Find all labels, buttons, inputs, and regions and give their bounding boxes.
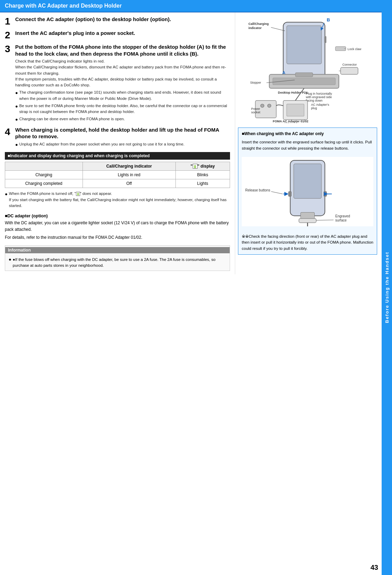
svg-rect-3 <box>324 36 326 43</box>
indicator-footnote-bullet: ● When the FOMA phone is turned off, "🔋"… <box>5 191 230 209</box>
table-cell-charging-label: Charging <box>5 171 83 179</box>
desktop-holder-diagram: B A Connector Lock claw <box>238 15 377 124</box>
table-cell-charging-display: Blinks <box>175 171 230 179</box>
step-4: 4 When charging is completed, hold the d… <box>5 126 230 148</box>
bullet-dot-4: ● <box>15 141 18 148</box>
svg-text:indicator: indicator <box>248 26 262 30</box>
svg-rect-39 <box>294 164 321 198</box>
svg-point-26 <box>260 104 264 107</box>
table-col-display: "🔋" display <box>175 162 230 171</box>
svg-rect-47 <box>299 219 316 223</box>
svg-text:Lock claw: Lock claw <box>347 47 361 51</box>
indicator-section-header: ■Indicator and display during charging a… <box>5 152 230 160</box>
table-cell-complete-indicator: Off <box>83 179 175 188</box>
release-diagram-svg: Release buttons Engraved surface <box>242 157 373 226</box>
step-3-line-3: If the symptom persists, troubles with t… <box>15 76 230 88</box>
side-label: Before Using the Handset <box>382 0 392 575</box>
step-3-title: Put the bottom of the FOMA phone into th… <box>15 44 230 57</box>
right-column: B A Connector Lock claw <box>235 12 380 274</box>
svg-text:with engraved side: with engraved side <box>305 95 332 99</box>
table-row-charging: Charging Lights in red Blinks <box>5 171 230 179</box>
svg-text:AC Adapter's: AC Adapter's <box>311 103 329 106</box>
step-3-bullet-1: ● The charging confirmation tone (see pa… <box>15 89 230 102</box>
indicator-footnote-text: When the FOMA phone is turned off, "🔋" d… <box>9 191 230 209</box>
step-2-number: 2 <box>5 30 12 40</box>
table-cell-complete-label: Charging completed <box>5 179 83 188</box>
footnote-bullet-dot: ● <box>5 191 8 198</box>
info-box-text: ●If the fuse blows off when charging wit… <box>13 257 226 269</box>
svg-rect-9 <box>295 73 313 77</box>
svg-rect-40 <box>300 213 314 219</box>
step-3-bullet-2: ● Be sure to set the FOMA phone firmly o… <box>15 103 230 115</box>
dc-text-2: For details, refer to the instruction ma… <box>5 234 230 241</box>
svg-text:facing down: facing down <box>306 99 322 102</box>
table-cell-complete-display: Lights <box>175 179 230 188</box>
svg-point-27 <box>268 104 271 107</box>
step-3-bullet-2-text: Be sure to set the FOMA phone firmly ont… <box>19 103 230 115</box>
step-2: 2 Insert the AC adapter's plug into a po… <box>5 30 230 40</box>
svg-text:Connector: Connector <box>342 63 357 66</box>
bullet-dot-3: ● <box>15 116 18 123</box>
svg-text:Call/Charging: Call/Charging <box>248 22 269 26</box>
display-col-header-end: " display <box>198 164 215 169</box>
svg-rect-10 <box>341 67 358 74</box>
info-box: Information ● ●If the fuse blows off whe… <box>5 245 230 271</box>
table-cell-charging-indicator: Lights in red <box>83 171 175 179</box>
svg-text:Power: Power <box>251 107 260 111</box>
ac-adapter-text: Insert the connector with the engraved s… <box>242 139 373 152</box>
bullet-dot-1: ● <box>15 89 18 96</box>
indicator-footnote: ● When the FOMA phone is turned off, "🔋"… <box>5 191 230 209</box>
step-4-number: 4 <box>5 127 12 137</box>
page-header: Charge with AC Adapter and Desktop Holde… <box>0 0 392 12</box>
info-bullet-dot: ● <box>9 257 11 262</box>
step-3-line-2: When the Call/Charging indicator flicker… <box>15 64 230 76</box>
step-4-bullet-1: ● Unplug the AC adapter from the power s… <box>15 141 230 148</box>
step-3-number: 3 <box>5 44 12 54</box>
svg-rect-41 <box>288 192 291 197</box>
release-diagram-container: Release buttons Engraved surface <box>242 154 373 231</box>
bullet-dot-2: ● <box>15 103 18 110</box>
svg-text:Release buttons: Release buttons <box>245 189 270 192</box>
svg-text:Engraved: Engraved <box>335 215 350 218</box>
step-3-bullet-3: ● Charging can be done even when the FOM… <box>15 116 230 123</box>
step-3-line-1: Check that the Call/Charging indicator l… <box>15 58 230 64</box>
svg-text:B: B <box>327 17 330 22</box>
page-number: 43 <box>371 564 378 572</box>
svg-text:FOMA AC Adapter 01/02: FOMA AC Adapter 01/02 <box>273 120 308 123</box>
table-col-indicator: Call/Charging indicator <box>83 162 175 171</box>
left-column: 1 Connect the AC adapter (option) to the… <box>0 12 235 274</box>
dc-section-header: ■DC adapter (option) <box>5 214 230 218</box>
table-row-charging-complete: Charging completed Off Lights <box>5 179 230 188</box>
svg-rect-31 <box>287 104 304 116</box>
indicator-table: Call/Charging indicator "🔋" display Char… <box>5 162 230 188</box>
step-3-bullet-3-text: Charging can be done even when the FOMA … <box>19 116 230 122</box>
step-4-title: When charging is completed, hold the des… <box>15 126 230 140</box>
desktop-holder-svg: B A Connector Lock claw <box>238 15 377 123</box>
step-1-title: Connect the AC adapter (option) to the d… <box>15 16 230 23</box>
svg-text:socket: socket <box>251 111 260 114</box>
info-box-header: Information <box>5 247 230 253</box>
step-1: 1 Connect the AC adapter (option) to the… <box>5 16 230 26</box>
svg-text:Plug in horizontally: Plug in horizontally <box>306 92 332 95</box>
step-3: 3 Put the bottom of the FOMA phone into … <box>5 44 230 123</box>
dc-section: ■DC adapter (option) With the DC adapter… <box>5 214 230 241</box>
svg-text:plug: plug <box>311 106 317 110</box>
note-text: ※Check the facing direction (front or re… <box>242 234 373 251</box>
step-2-title: Insert the AC adapter's plug into a powe… <box>15 30 230 37</box>
step-4-bullet-1-text: Unplug the AC adapter from the power soc… <box>19 141 230 147</box>
info-box-bullet: ● ●If the fuse blows off when charging w… <box>9 257 226 269</box>
svg-text:surface: surface <box>335 219 347 223</box>
step-1-number: 1 <box>5 17 12 26</box>
svg-rect-42 <box>324 192 327 197</box>
note-star-symbol: ※ <box>242 234 245 238</box>
dc-text-1: With the DC adapter, you can use a cigar… <box>5 220 230 233</box>
step-4-body: ● Unplug the AC adapter from the power s… <box>15 141 230 148</box>
table-col-empty <box>5 162 83 171</box>
step-3-body: Check that the Call/Charging indicator l… <box>15 58 230 123</box>
ac-adapter-header: ■When charging with the AC adapter only <box>242 131 373 137</box>
ac-adapter-box: ■When charging with the AC adapter only … <box>238 128 377 255</box>
svg-text:Stopper: Stopper <box>250 81 261 84</box>
adapter-note: ※※Check the facing direction (front or r… <box>242 234 373 252</box>
svg-text:Desktop Holder P24: Desktop Holder P24 <box>278 91 307 94</box>
step-3-bullet-1-text: The charging confirmation tone (see page… <box>19 89 230 102</box>
